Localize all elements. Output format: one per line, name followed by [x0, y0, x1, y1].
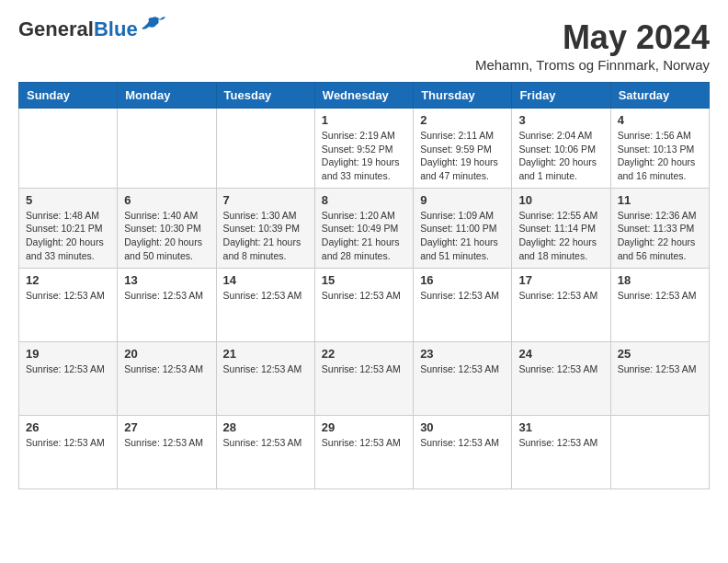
calendar-day-cell: 20Sunrise: 12:53 AM: [118, 341, 216, 415]
day-number: 30: [420, 420, 505, 434]
day-number: 7: [223, 193, 308, 207]
day-number: 28: [223, 420, 308, 434]
day-number: 1: [322, 113, 406, 127]
day-number: 17: [518, 273, 603, 287]
day-number: 26: [26, 420, 110, 434]
calendar-week-row: 26Sunrise: 12:53 AM27Sunrise: 12:53 AM28…: [19, 415, 710, 488]
day-number: 14: [223, 273, 308, 287]
calendar-day-cell: 31Sunrise: 12:53 AM: [512, 415, 610, 488]
page-header: GeneralBlue May 2024 Mehamn, Troms og Fi…: [18, 18, 710, 73]
day-number: 4: [618, 113, 702, 127]
calendar-day-cell: 5Sunrise: 1:48 AM Sunset: 10:21 PM Dayli…: [19, 188, 118, 268]
day-info: Sunrise: 12:53 AM: [518, 436, 603, 450]
day-info: Sunrise: 12:53 AM: [420, 289, 505, 303]
day-number: 9: [420, 193, 505, 207]
day-info: Sunrise: 1:09 AM Sunset: 11:00 PM Daylig…: [420, 209, 505, 263]
calendar-day-cell: [118, 109, 216, 189]
calendar-day-cell: 13Sunrise: 12:53 AM: [118, 268, 216, 341]
day-info: Sunrise: 1:40 AM Sunset: 10:30 PM Daylig…: [124, 209, 209, 263]
day-number: 16: [420, 273, 505, 287]
day-number: 3: [518, 113, 603, 127]
day-number: 24: [518, 347, 603, 361]
calendar-header-row: SundayMondayTuesdayWednesdayThursdayFrid…: [19, 83, 710, 109]
day-number: 31: [518, 420, 603, 434]
day-info: Sunrise: 12:53 AM: [26, 289, 110, 303]
day-info: Sunrise: 12:53 AM: [26, 362, 110, 376]
day-info: Sunrise: 12:53 AM: [223, 362, 308, 376]
day-info: Sunrise: 12:53 AM: [518, 362, 603, 376]
calendar-day-cell: [19, 109, 118, 189]
day-info: Sunrise: 1:56 AM Sunset: 10:13 PM Daylig…: [618, 129, 702, 183]
calendar-day-cell: 28Sunrise: 12:53 AM: [216, 415, 314, 488]
column-header-sunday: Sunday: [19, 83, 118, 109]
day-info: Sunrise: 12:53 AM: [223, 436, 308, 450]
calendar-day-cell: 25Sunrise: 12:53 AM: [610, 341, 709, 415]
day-number: 12: [26, 273, 110, 287]
day-number: 29: [322, 420, 406, 434]
calendar-day-cell: 26Sunrise: 12:53 AM: [19, 415, 118, 488]
day-number: 2: [420, 113, 505, 127]
column-header-saturday: Saturday: [610, 83, 709, 109]
calendar-day-cell: 11Sunrise: 12:36 AM Sunset: 11:33 PM Day…: [610, 188, 709, 268]
day-number: 11: [618, 193, 702, 207]
day-info: Sunrise: 12:53 AM: [618, 362, 702, 376]
calendar-day-cell: 21Sunrise: 12:53 AM: [216, 341, 314, 415]
day-info: Sunrise: 12:53 AM: [420, 362, 505, 376]
calendar-day-cell: 19Sunrise: 12:53 AM: [19, 341, 118, 415]
calendar-day-cell: 22Sunrise: 12:53 AM: [314, 341, 413, 415]
calendar-week-row: 12Sunrise: 12:53 AM13Sunrise: 12:53 AM14…: [19, 268, 710, 341]
day-info: Sunrise: 2:04 AM Sunset: 10:06 PM Daylig…: [518, 129, 603, 183]
day-info: Sunrise: 2:19 AM Sunset: 9:52 PM Dayligh…: [322, 129, 406, 183]
day-info: Sunrise: 12:53 AM: [420, 436, 505, 450]
calendar-day-cell: 3Sunrise: 2:04 AM Sunset: 10:06 PM Dayli…: [512, 109, 610, 189]
calendar-day-cell: 27Sunrise: 12:53 AM: [118, 415, 216, 488]
day-info: Sunrise: 12:53 AM: [124, 289, 209, 303]
day-info: Sunrise: 12:53 AM: [124, 362, 209, 376]
column-header-tuesday: Tuesday: [216, 83, 314, 109]
calendar-day-cell: 17Sunrise: 12:53 AM: [512, 268, 610, 341]
column-header-monday: Monday: [118, 83, 216, 109]
day-info: Sunrise: 12:55 AM Sunset: 11:14 PM Dayli…: [518, 209, 603, 263]
column-header-wednesday: Wednesday: [314, 83, 413, 109]
calendar-day-cell: 10Sunrise: 12:55 AM Sunset: 11:14 PM Day…: [512, 188, 610, 268]
calendar-week-row: 5Sunrise: 1:48 AM Sunset: 10:21 PM Dayli…: [19, 188, 710, 268]
day-info: Sunrise: 1:48 AM Sunset: 10:21 PM Daylig…: [26, 209, 110, 263]
month-title: May 2024: [475, 18, 710, 57]
calendar-day-cell: 30Sunrise: 12:53 AM: [414, 415, 512, 488]
day-info: Sunrise: 12:53 AM: [322, 436, 406, 450]
day-info: Sunrise: 12:53 AM: [26, 436, 110, 450]
calendar-day-cell: 18Sunrise: 12:53 AM: [610, 268, 709, 341]
logo: GeneralBlue: [18, 18, 165, 40]
calendar-day-cell: [610, 415, 709, 488]
day-number: 22: [322, 347, 406, 361]
day-info: Sunrise: 12:53 AM: [518, 289, 603, 303]
calendar-day-cell: 29Sunrise: 12:53 AM: [314, 415, 413, 488]
day-info: Sunrise: 12:53 AM: [124, 436, 209, 450]
column-header-thursday: Thursday: [414, 83, 512, 109]
calendar-day-cell: 9Sunrise: 1:09 AM Sunset: 11:00 PM Dayli…: [414, 188, 512, 268]
day-number: 10: [518, 193, 603, 207]
day-number: 21: [223, 347, 308, 361]
day-info: Sunrise: 12:53 AM: [322, 289, 406, 303]
day-number: 27: [124, 420, 209, 434]
day-number: 8: [322, 193, 406, 207]
calendar-week-row: 1Sunrise: 2:19 AM Sunset: 9:52 PM Daylig…: [19, 109, 710, 189]
day-number: 13: [124, 273, 209, 287]
calendar-week-row: 19Sunrise: 12:53 AM20Sunrise: 12:53 AM21…: [19, 341, 710, 415]
day-info: Sunrise: 12:53 AM: [618, 289, 702, 303]
calendar-day-cell: 4Sunrise: 1:56 AM Sunset: 10:13 PM Dayli…: [610, 109, 709, 189]
calendar-day-cell: 2Sunrise: 2:11 AM Sunset: 9:59 PM Daylig…: [414, 109, 512, 189]
day-number: 18: [618, 273, 702, 287]
calendar-day-cell: 24Sunrise: 12:53 AM: [512, 341, 610, 415]
day-info: Sunrise: 12:36 AM Sunset: 11:33 PM Dayli…: [618, 209, 702, 263]
day-info: Sunrise: 1:30 AM Sunset: 10:39 PM Daylig…: [223, 209, 308, 263]
day-number: 6: [124, 193, 209, 207]
day-number: 5: [26, 193, 110, 207]
calendar-day-cell: 23Sunrise: 12:53 AM: [414, 341, 512, 415]
calendar-table: SundayMondayTuesdayWednesdayThursdayFrid…: [18, 82, 710, 489]
calendar-day-cell: 15Sunrise: 12:53 AM: [314, 268, 413, 341]
logo-bird-icon: [140, 16, 165, 36]
day-info: Sunrise: 12:53 AM: [322, 362, 406, 376]
calendar-day-cell: 14Sunrise: 12:53 AM: [216, 268, 314, 341]
logo-blue: Blue: [94, 17, 138, 40]
